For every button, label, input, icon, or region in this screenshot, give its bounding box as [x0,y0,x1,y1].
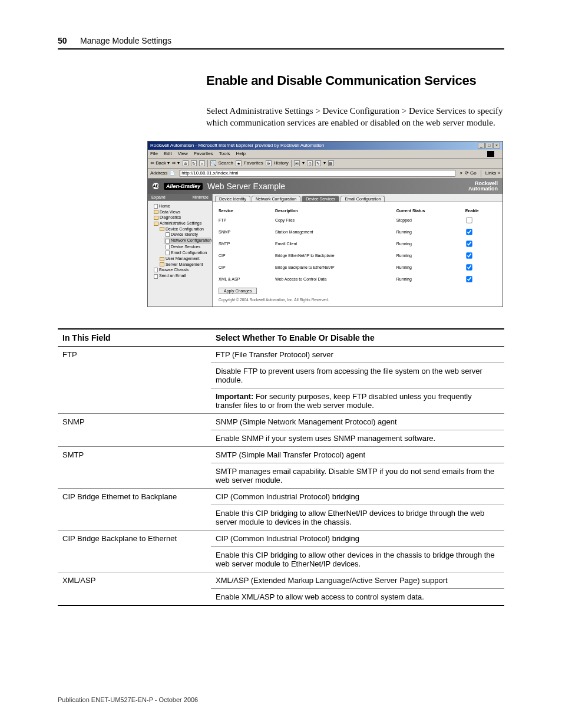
service-row: FTPCopy FilesStopped [213,215,503,226]
go-button[interactable]: ⟳ Go [465,170,477,176]
service-cell: SMTP [213,238,269,250]
sidebar-item-label: Data Views [160,210,180,214]
sidebar-item[interactable]: Home [153,203,211,209]
enable-checkbox[interactable] [466,252,472,258]
table-row: FTPFTP (File Transfer Protocol) server [58,346,504,363]
sidebar-item-label: Administrative Settings [160,221,201,225]
field-desc-cell: FTP (File Transfer Protocol) server [211,346,504,363]
sidebar-item[interactable]: Data Views [153,209,211,215]
field-desc-cell: XML/ASP (Extended Markup Language/Active… [211,572,504,588]
sidebar-item[interactable]: Device Services [164,244,211,250]
apply-changes-button[interactable]: Apply Changes [219,288,257,294]
chapter-title: Manage Module Settings [80,36,171,45]
sidebar-item[interactable]: Diagnostics [153,215,211,220]
window-controls[interactable]: _□× [477,143,500,149]
sidebar-item[interactable]: Device Identity [164,232,211,238]
enable-checkbox[interactable] [466,276,472,282]
field-name-cell: FTP [58,346,211,413]
mail-icon[interactable]: ✉ [294,160,300,166]
folder-icon [154,216,158,220]
edit-icon[interactable]: ✎ [315,160,321,166]
history-button[interactable]: History [274,160,289,166]
sidebar-item[interactable]: Network Configuration [164,238,211,243]
discuss-icon[interactable]: ▤ [328,160,334,166]
publication-footer: Publication ENET-UM527E-EN-P - October 2… [58,696,198,703]
expand-button[interactable]: Expand [148,194,169,200]
sidebar-item[interactable]: Send an Email [153,273,211,279]
service-cell: Web Access to Control Data [269,274,391,285]
sidebar-item[interactable]: Device Configuration [158,226,211,232]
address-input[interactable] [180,170,455,177]
service-cell: Bridge Backplane to EtherNet/IP [269,262,391,274]
services-table: ServiceDescriptionCurrent StatusEnable F… [213,207,503,285]
sidebar-item-label: Server Management [166,262,203,266]
tab[interactable]: Email Configuration [340,196,385,202]
folder-icon [160,227,164,231]
service-row: CIPBridge EtherNet/IP to BackplaneRunnin… [213,250,503,262]
refresh-icon[interactable]: ↻ [191,160,197,166]
table-row: CIP Bridge Ethernet to BackplaneCIP (Com… [58,488,504,505]
field-name-cell: SMTP [58,446,211,488]
window-title: Rockwell Automation - Microsoft Internet… [150,143,324,148]
table-row: XML/ASPXML/ASP (Extended Markup Language… [58,572,504,588]
search-button[interactable]: Search [219,160,233,166]
sidebar-item[interactable]: User Management [158,256,211,262]
field-desc-cell: CIP (Common Industrial Protocol) bridgin… [211,530,504,546]
service-cell: Copy Files [269,215,391,226]
sidebar-item[interactable]: Browse Chassis [153,267,211,273]
enable-checkbox[interactable] [466,217,472,223]
sidebar-item[interactable]: Server Management [158,262,211,268]
menu-item[interactable]: Favorites [194,151,213,156]
document-icon [154,204,158,209]
service-enable-cell [459,215,503,226]
favorites-button[interactable]: Favorites [244,160,263,166]
search-icon[interactable]: 🔍 [210,160,216,166]
folder-icon [160,257,164,261]
ie-logo-icon [487,151,494,157]
browser-toolbar[interactable]: ⇦ Back ▾ ⇨ ▾ ⊘ ↻ ⌂ 🔍Search ★Favorites ⏲H… [148,159,503,169]
service-cell: Running [391,262,459,274]
stop-icon[interactable]: ⊘ [183,160,189,166]
minimize-button[interactable]: Minimize [189,194,212,200]
enable-checkbox[interactable] [466,264,472,270]
sidebar-item-label: Diagnostics [160,215,181,219]
tab[interactable]: Device Identity [215,196,250,202]
field-desc-cell: SMTP manages email capability. Disable S… [211,463,504,488]
field-desc-cell: Important: For security purposes, keep F… [211,388,504,413]
table-row: SNMPSNMP (Simple Network Management Prot… [58,413,504,430]
favorites-icon[interactable]: ★ [236,160,242,166]
menu-bar[interactable]: FileEditViewFavoritesToolsHelp [150,151,252,157]
field-name-cell: CIP Bridge Ethernet to Backplane [58,488,211,530]
document-icon [154,268,158,272]
screenshot-copyright: Copyright © 2004 Rockwell Automation, In… [213,294,503,302]
service-cell: Email Client [269,238,391,250]
table-header-desc: Select Whether To Enable Or Disable the [211,329,504,347]
service-row: XML & ASPWeb Access to Control DataRunni… [213,274,503,285]
service-cell: CIP [213,262,269,274]
service-row: CIPBridge Backplane to EtherNet/IPRunnin… [213,262,503,274]
sidebar-item-label: Device Services [171,245,200,249]
important-label: Important: [216,392,253,401]
history-icon[interactable]: ⏲ [266,160,272,166]
links-label[interactable]: Links » [485,170,500,176]
menu-item[interactable]: Tools [219,151,230,156]
tab-bar: Device IdentityNetwork ConfigurationDevi… [213,194,503,202]
home-icon[interactable]: ⌂ [199,160,205,166]
document-icon [166,251,170,255]
print-icon[interactable]: ⎙ [307,160,313,166]
sidebar-item[interactable]: Administrative Settings [153,220,211,226]
menu-item[interactable]: Help [236,151,245,156]
service-cell: Running [391,274,459,285]
tab[interactable]: Network Configuration [252,196,300,202]
menu-item[interactable]: View [178,151,188,156]
menu-item[interactable]: File [150,151,158,156]
enable-checkbox[interactable] [466,229,472,235]
menu-item[interactable]: Edit [164,151,172,156]
address-bar: Address 📄 ▾ ⟳ Go Links » [148,169,503,179]
folder-icon [154,210,158,214]
back-button[interactable]: Back [156,160,166,166]
enable-checkbox[interactable] [466,241,472,246]
sidebar-item[interactable]: Email Configuration [164,250,211,256]
brand-badge: Allen-Bradley [164,183,203,190]
tab[interactable]: Device Services [302,196,339,202]
